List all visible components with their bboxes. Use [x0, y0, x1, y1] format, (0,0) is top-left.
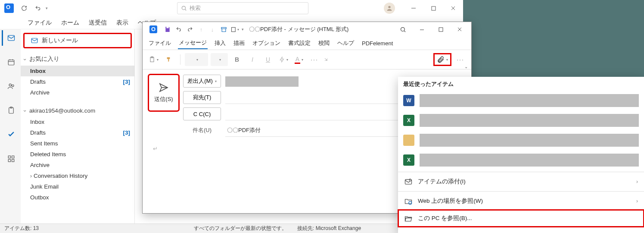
- folder-sent[interactable]: Sent Items: [21, 138, 134, 149]
- outlook-logo-icon: [149, 25, 157, 33]
- compose-minimize-button[interactable]: [413, 23, 431, 36]
- body-cursor-marker: ↵: [153, 145, 158, 152]
- browse-web-option[interactable]: Web 上の場所を参照(W) ›: [398, 192, 644, 210]
- save-icon[interactable]: [163, 25, 172, 34]
- recent-file-item[interactable]: X: [403, 150, 639, 170]
- avatar[interactable]: [384, 3, 395, 14]
- arrow-down-icon[interactable]: ↓: [208, 25, 217, 34]
- compose-search-icon[interactable]: [394, 23, 412, 36]
- sync-icon[interactable]: [20, 4, 28, 13]
- recent-file-item[interactable]: X: [403, 110, 639, 130]
- browse-web-label: Web 上の場所を参照(W): [418, 197, 483, 205]
- arrow-up-icon[interactable]: ↑: [197, 25, 205, 34]
- rail-calendar-icon[interactable]: [2, 54, 19, 70]
- browse-pc-option[interactable]: この PC を参照(B)...: [398, 210, 644, 227]
- menu-sendreceive[interactable]: 送受信: [86, 17, 109, 28]
- word-file-icon: W: [403, 95, 414, 106]
- rail-todo-icon[interactable]: [2, 127, 19, 142]
- excel-file-icon: X: [403, 154, 414, 166]
- cc-button[interactable]: C C(C): [183, 107, 221, 120]
- archive-icon[interactable]: [219, 25, 228, 34]
- window-maximize-button[interactable]: [423, 0, 443, 16]
- folder-inbox[interactable]: Inbox: [21, 116, 134, 127]
- bold-button[interactable]: B: [230, 53, 243, 66]
- recent-file-item[interactable]: [403, 130, 639, 150]
- rail-tasks-icon[interactable]: [2, 103, 19, 118]
- folder-conversation-history[interactable]: Conversation History: [21, 170, 134, 181]
- search-input[interactable]: 検索: [177, 2, 308, 14]
- to-button[interactable]: 宛先(T): [183, 91, 221, 104]
- status-bar: アイテム数: 13 すべてのフォルダーが最新の状態です。 接続先: Micros…: [0, 224, 463, 233]
- search-placeholder: 検索: [190, 4, 201, 12]
- folder-deleted[interactable]: Deleted Items: [21, 149, 134, 160]
- fav-archive[interactable]: Archive: [21, 87, 134, 98]
- menu-file[interactable]: ファイル: [25, 17, 54, 28]
- svg-rect-25: [439, 28, 443, 31]
- fav-drafts[interactable]: Drafts[3]: [21, 76, 134, 87]
- tab-pdfelement[interactable]: PDFelement: [361, 38, 394, 48]
- underline-button[interactable]: U: [261, 53, 274, 66]
- svg-point-0: [182, 6, 185, 9]
- folder-junk[interactable]: Junk Email: [21, 181, 134, 192]
- svg-rect-31: [405, 179, 412, 184]
- folder-outbox[interactable]: Outbox: [21, 192, 134, 203]
- tab-format[interactable]: 書式設定: [287, 38, 311, 49]
- format-painter-icon[interactable]: [163, 53, 176, 66]
- font-family-select[interactable]: [185, 53, 208, 66]
- move-icon[interactable]: ▾: [230, 25, 239, 34]
- paperclip-icon: [437, 56, 445, 63]
- menu-home[interactable]: ホーム: [59, 17, 82, 28]
- chevron-right-icon: ›: [636, 198, 638, 204]
- rail-more-icon[interactable]: [2, 151, 19, 167]
- tab-help[interactable]: ヘルプ: [336, 38, 355, 49]
- send-button[interactable]: 送信(S): [149, 75, 179, 111]
- toolbar-more[interactable]: ···: [308, 53, 321, 66]
- svg-rect-18: [12, 160, 14, 162]
- compose-maximize-button[interactable]: [432, 23, 450, 36]
- collapse-ribbon-icon[interactable]: ⌄: [464, 64, 468, 69]
- send-label: 送信(S): [154, 95, 173, 103]
- menu-view[interactable]: 表示: [114, 17, 131, 28]
- font-color-button[interactable]: A: [292, 53, 305, 66]
- tab-draw[interactable]: 描画: [233, 38, 246, 49]
- tab-message[interactable]: メッセージ: [178, 37, 208, 49]
- new-mail-button[interactable]: 新しいメール: [24, 34, 131, 47]
- account-header[interactable]: akirao1954@outlook.com: [21, 104, 134, 116]
- qat-overflow[interactable]: ▾: [242, 27, 244, 31]
- window-close-button[interactable]: [443, 0, 463, 16]
- window-minimize-button[interactable]: [404, 0, 423, 16]
- from-field: [225, 76, 299, 87]
- outlook-titlebar: ▾ 検索: [0, 0, 463, 16]
- from-button[interactable]: 差出人(M): [183, 75, 221, 88]
- compose-toolbar: B I U A ··· ⇲ ▾ ··· ⌄: [143, 50, 471, 69]
- font-size-select[interactable]: [211, 53, 228, 66]
- folder-archive[interactable]: Archive: [21, 160, 134, 170]
- folder-drafts[interactable]: Drafts[3]: [21, 127, 134, 138]
- folder-web-icon: [404, 197, 413, 205]
- dialog-launcher-icon[interactable]: ⇲: [324, 57, 328, 62]
- generic-file-icon: [403, 135, 414, 146]
- fav-inbox[interactable]: Inbox: [21, 66, 134, 76]
- rail-people-icon[interactable]: [2, 79, 19, 94]
- excel-file-icon: X: [403, 115, 414, 126]
- attach-file-button[interactable]: ▾: [434, 54, 451, 65]
- highlight-button[interactable]: [277, 53, 290, 66]
- compose-close-button[interactable]: [451, 23, 469, 36]
- tab-insert[interactable]: 挿入: [214, 38, 227, 49]
- tab-options[interactable]: オプション: [252, 38, 281, 49]
- redo-icon[interactable]: [186, 25, 194, 34]
- recent-file-item[interactable]: W: [403, 91, 639, 110]
- mail-attach-icon: [404, 177, 413, 186]
- svg-rect-17: [8, 160, 10, 162]
- favorites-header[interactable]: お気に入り: [21, 52, 134, 66]
- undo-icon[interactable]: [174, 25, 183, 34]
- tab-review[interactable]: 校閲: [317, 38, 330, 49]
- send-icon: [159, 82, 169, 93]
- paste-button[interactable]: [147, 53, 160, 66]
- tab-file[interactable]: ファイル: [148, 38, 172, 49]
- qat-overflow-icon[interactable]: ▾: [46, 6, 48, 10]
- italic-button[interactable]: I: [246, 53, 259, 66]
- undo-icon[interactable]: [34, 4, 42, 13]
- attach-item-option[interactable]: アイテムの添付(I) ›: [398, 173, 644, 190]
- rail-mail-icon[interactable]: [2, 30, 19, 46]
